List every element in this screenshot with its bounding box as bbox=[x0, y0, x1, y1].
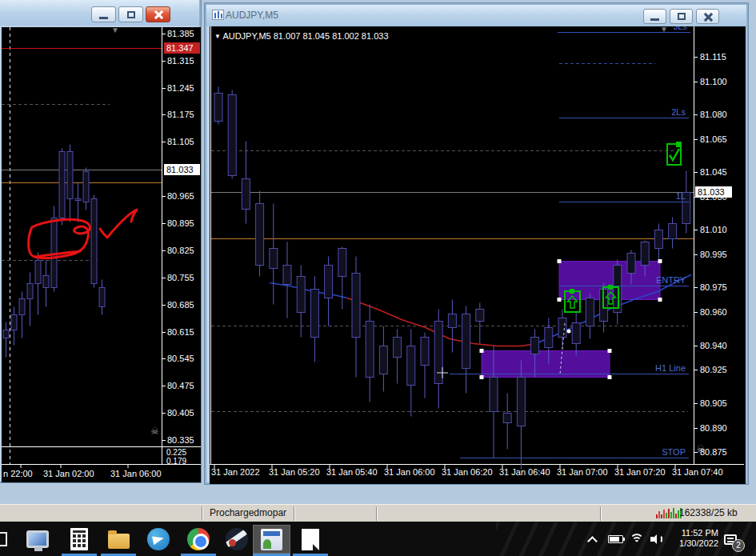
meter-bar bbox=[668, 509, 670, 518]
connection-status-cell: 162338/25 kb bbox=[679, 507, 738, 518]
buy-arrow-handle[interactable] bbox=[608, 285, 613, 290]
selection-handle[interactable] bbox=[558, 298, 562, 302]
taskbar-metatrader-icon[interactable] bbox=[253, 525, 290, 554]
red-checkmark-annotation[interactable] bbox=[100, 210, 137, 238]
check-handle[interactable] bbox=[676, 142, 682, 147]
price-axis-label: 80.890 bbox=[700, 423, 727, 433]
candle-body bbox=[614, 266, 622, 313]
main-chart-area[interactable]: ▼ AUDJPY,M5 81.007 81.045 81.002 81.033 … bbox=[210, 26, 746, 484]
selection-handle[interactable] bbox=[658, 259, 662, 263]
desktop: ▼☠81.38581.31581.24581.17581.10580.96580… bbox=[0, 0, 756, 556]
candle-body bbox=[627, 254, 635, 274]
price-axis-label: 80.905 bbox=[700, 398, 727, 408]
red-scribble-annotation[interactable] bbox=[29, 219, 90, 258]
computer-icon bbox=[26, 530, 49, 548]
time-axis-label: 31 Jan 05:20 bbox=[269, 467, 320, 477]
candle-body bbox=[27, 284, 33, 299]
candle-body bbox=[503, 414, 511, 423]
notification-badge: 2 bbox=[732, 539, 745, 552]
minimize-button[interactable] bbox=[643, 9, 666, 24]
candle-body bbox=[91, 199, 97, 284]
left-window-titlebar[interactable] bbox=[0, 0, 199, 26]
meter-bar bbox=[661, 514, 662, 518]
candle-body bbox=[297, 277, 305, 313]
selection-handle[interactable] bbox=[608, 375, 612, 379]
price-axis-label: 81.065 bbox=[700, 134, 727, 144]
price-axis-label: 80.925 bbox=[700, 365, 727, 374]
current-price-badge: 81.033 bbox=[695, 186, 732, 198]
candle-body bbox=[228, 95, 236, 176]
tray-clock[interactable]: 11:52 PM 1/30/2022 bbox=[670, 528, 718, 549]
price-axis-label: 81.105 bbox=[167, 137, 194, 146]
level-label-stop[interactable]: STOP bbox=[662, 447, 686, 457]
price-axis-label: 80.940 bbox=[700, 341, 727, 350]
main-window-titlebar[interactable]: AUDJPY,M5 bbox=[206, 5, 746, 26]
tray-chevron-up-icon[interactable] bbox=[582, 525, 602, 554]
tray-wifi-icon[interactable] bbox=[626, 525, 647, 554]
selection-handle[interactable] bbox=[608, 349, 612, 353]
taskbar-screenhunter-icon[interactable] bbox=[221, 525, 253, 554]
taskbar-calculator-icon[interactable] bbox=[62, 525, 97, 554]
price-axis-label: 80.335 bbox=[167, 435, 194, 445]
indicator-value: 0.179 bbox=[166, 457, 186, 466]
confirmed-check-marker[interactable] bbox=[667, 142, 682, 165]
tray-volume-icon[interactable] bbox=[647, 525, 668, 554]
time-axis-label: 31 Jan 06:00 bbox=[384, 467, 435, 477]
main-chart-window: AUDJPY,M5 ▼ AUDJPY,M5 81.007 81.045 81.0… bbox=[205, 3, 748, 484]
selection-handle[interactable] bbox=[480, 349, 484, 353]
meter-bar bbox=[673, 508, 674, 518]
candle-body bbox=[558, 318, 566, 338]
taskbar-notepad-icon[interactable] bbox=[293, 525, 328, 554]
candle-body bbox=[517, 378, 525, 426]
level-label-2ls[interactable]: 2Ls bbox=[671, 107, 686, 117]
candle-body bbox=[379, 346, 387, 374]
time-axis-label: 31 Jan 2022 bbox=[211, 467, 260, 477]
price-axis-label: 80.615 bbox=[167, 327, 194, 337]
candle-body bbox=[59, 152, 65, 218]
trendline-handle[interactable] bbox=[567, 330, 571, 334]
price-axis-label: 80.545 bbox=[167, 354, 194, 363]
candle-body bbox=[490, 378, 498, 412]
support-zone[interactable] bbox=[482, 351, 610, 378]
main-chart-canvas bbox=[210, 26, 746, 484]
level-label-1l[interactable]: 1L bbox=[676, 191, 686, 201]
selection-handle[interactable] bbox=[558, 259, 562, 263]
price-axis-label: 80.755 bbox=[167, 273, 194, 282]
price-axis-label: 81.010 bbox=[700, 225, 727, 234]
close-button[interactable] bbox=[696, 9, 719, 24]
taskbar-window-fragment-icon[interactable] bbox=[0, 525, 11, 554]
buy-arrow-handle[interactable] bbox=[570, 289, 574, 294]
level-label-h1-line[interactable]: H1 Line bbox=[655, 363, 686, 373]
meter-bar bbox=[666, 513, 667, 518]
close-button[interactable] bbox=[146, 6, 170, 22]
maximize-button[interactable] bbox=[118, 6, 143, 22]
minimize-button[interactable] bbox=[91, 6, 116, 22]
meter-bar bbox=[670, 512, 672, 518]
taskbar-chrome-icon[interactable] bbox=[181, 525, 216, 554]
time-axis-label: 31 Jan 05:40 bbox=[326, 467, 378, 477]
taskbar-telegram-icon[interactable] bbox=[141, 525, 176, 554]
selection-handle[interactable] bbox=[480, 375, 484, 379]
left-chart-area[interactable]: ▼☠81.38581.31581.24581.17581.10580.96580… bbox=[2, 27, 201, 482]
candle-body bbox=[476, 310, 484, 322]
separator bbox=[202, 506, 203, 521]
level-label-entry[interactable]: ENTRY bbox=[656, 275, 686, 285]
candle-body bbox=[270, 249, 278, 269]
price-axis-label: 80.875 bbox=[700, 447, 727, 457]
price-axis-label: 81.245 bbox=[167, 83, 194, 93]
scroll-position-triangle-icon[interactable]: ▼ bbox=[111, 27, 119, 34]
level-label-3ls[interactable]: 3Ls bbox=[673, 26, 687, 31]
account-status-cell: Prochargedmopar bbox=[210, 507, 286, 518]
candle-body bbox=[310, 290, 318, 338]
tray-battery-icon[interactable] bbox=[604, 525, 626, 554]
selection-handle[interactable] bbox=[658, 298, 662, 302]
window-title: AUDJPY,M5 bbox=[226, 10, 278, 21]
candle-body bbox=[99, 288, 105, 307]
price-axis-label: 81.175 bbox=[167, 110, 194, 119]
maximize-button[interactable] bbox=[670, 9, 693, 24]
level-marker-triangle-icon[interactable]: ▼ bbox=[660, 26, 668, 34]
time-axis-label: 31 Jan 07:00 bbox=[557, 467, 608, 477]
taskbar-computer-icon[interactable] bbox=[20, 525, 55, 554]
chart-shift-skull-icon[interactable]: ☠ bbox=[150, 426, 159, 437]
taskbar-file-explorer-icon[interactable] bbox=[101, 525, 136, 554]
